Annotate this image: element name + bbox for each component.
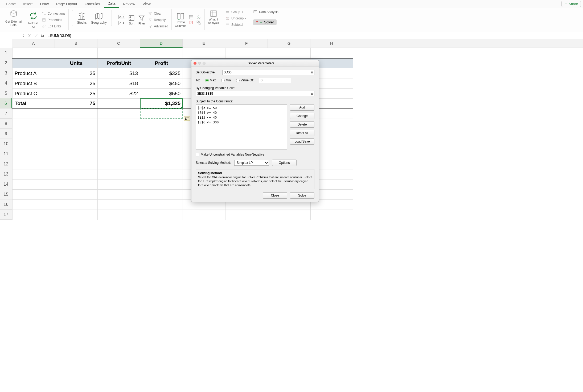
cell-C9[interactable]: [98, 129, 140, 139]
row-header-4[interactable]: 4: [0, 78, 12, 88]
menu-formulas[interactable]: Formulas: [81, 0, 104, 8]
ribbon-group[interactable]: Group ▾: [225, 9, 247, 15]
col-header-C[interactable]: C: [97, 39, 140, 48]
cell-A5[interactable]: Product C: [13, 89, 55, 99]
cell-F1[interactable]: [225, 48, 268, 58]
cell-A3[interactable]: Product A: [13, 68, 55, 78]
cell-C7[interactable]: [98, 109, 140, 119]
ribbon-getdata[interactable]: Get External Data: [2, 9, 25, 30]
row-header-5[interactable]: 5: [0, 88, 12, 98]
menu-pagelayout[interactable]: Page Layout: [52, 0, 81, 8]
col-header-F[interactable]: F: [225, 39, 268, 48]
radio-min[interactable]: Min: [221, 78, 231, 82]
cell-D1[interactable]: [140, 48, 183, 58]
row-header-16[interactable]: 16: [0, 199, 12, 210]
row-header-1[interactable]: 1: [0, 48, 12, 58]
cell-A17[interactable]: [13, 210, 55, 220]
cell-D7[interactable]: [140, 109, 183, 119]
cell-D15[interactable]: [140, 190, 183, 200]
cell-C6[interactable]: [98, 99, 140, 109]
flash-fill-icon[interactable]: [188, 15, 194, 20]
cell-B17[interactable]: [55, 210, 98, 220]
cell-B6[interactable]: 75: [55, 99, 98, 109]
menu-data[interactable]: Data: [104, 0, 119, 8]
cell-B12[interactable]: [55, 159, 98, 169]
row-header-8[interactable]: 8: [0, 119, 12, 129]
col-header-A[interactable]: A: [12, 39, 55, 48]
dialog-titlebar[interactable]: Solver Parameters: [191, 60, 319, 66]
col-header-H[interactable]: H: [310, 39, 353, 48]
ribbon-sort-az[interactable]: A↓Z: [118, 14, 125, 19]
cell-D3[interactable]: $325: [140, 68, 183, 78]
col-header-B[interactable]: B: [55, 39, 97, 48]
cell-A10[interactable]: [13, 139, 55, 149]
ribbon-sort-za[interactable]: Z↓A: [118, 20, 125, 26]
row-header-12[interactable]: 12: [0, 159, 12, 169]
ribbon-filter[interactable]: Filter: [138, 14, 145, 25]
cell-D14[interactable]: [140, 180, 183, 190]
cell-picker-button-2[interactable]: ▦: [310, 92, 314, 95]
constraints-list[interactable]: $B$3 >= 50 $B$4 >= 40 $B$5 <= 40 $B$6 <=…: [196, 104, 287, 149]
cell-C3[interactable]: $13: [98, 68, 140, 78]
cell-A8[interactable]: [13, 119, 55, 129]
cell-B4[interactable]: 25: [55, 78, 98, 89]
cell-B5[interactable]: 25: [55, 89, 98, 99]
menu-insert[interactable]: Insert: [19, 0, 36, 8]
cell-B7[interactable]: [55, 109, 98, 119]
ribbon-refresh[interactable]: Refresh All: [28, 11, 39, 28]
ribbon-subtotal[interactable]: Subtotal: [225, 22, 247, 27]
cell-F17[interactable]: [225, 210, 268, 220]
cell-C10[interactable]: [98, 139, 140, 149]
col-header-E[interactable]: E: [183, 39, 225, 48]
radio-valueof[interactable]: Value Of:: [236, 78, 254, 82]
cell-C8[interactable]: [98, 119, 140, 129]
cell-A4[interactable]: Product B: [13, 78, 55, 89]
delete-constraint-button[interactable]: Delete: [290, 121, 314, 128]
cell-A2[interactable]: [13, 58, 55, 68]
add-constraint-button[interactable]: Add: [290, 104, 314, 111]
cell-D4[interactable]: $450: [140, 78, 183, 89]
row-header-10[interactable]: 10: [0, 139, 12, 149]
cell-C1[interactable]: [98, 48, 140, 58]
cancel-formula-button[interactable]: ✕: [25, 33, 32, 38]
load-save-button[interactable]: Load/Save: [290, 138, 314, 145]
cell-A15[interactable]: [13, 190, 55, 200]
cell-B10[interactable]: [55, 139, 98, 149]
cell-B8[interactable]: [55, 119, 98, 129]
cell-C16[interactable]: [98, 200, 140, 210]
cell-B9[interactable]: [55, 129, 98, 139]
cell-C14[interactable]: [98, 180, 140, 190]
consolidate-icon[interactable]: [196, 20, 201, 25]
cell-D2[interactable]: Profit: [140, 58, 183, 68]
cell-B14[interactable]: [55, 180, 98, 190]
ribbon-textcols[interactable]: Text to Columns: [175, 12, 186, 27]
validation-icon[interactable]: [196, 15, 201, 20]
cell-D13[interactable]: [140, 169, 183, 180]
row-header-2[interactable]: 2: [0, 58, 12, 68]
row-header-15[interactable]: 15: [0, 189, 12, 199]
cell-D9[interactable]: [140, 129, 183, 139]
cell-A12[interactable]: [13, 159, 55, 169]
remove-dup-icon[interactable]: [188, 20, 194, 25]
fx-button[interactable]: fx: [39, 33, 46, 38]
cell-D5[interactable]: $550: [140, 89, 183, 99]
accept-formula-button[interactable]: ✓: [32, 33, 39, 38]
row-header-6[interactable]: 6: [0, 98, 12, 109]
cell-D12[interactable]: [140, 159, 183, 169]
cell-G17[interactable]: [268, 210, 311, 220]
close-window-icon[interactable]: [194, 62, 196, 65]
cell-A11[interactable]: [13, 149, 55, 159]
ribbon-dataanalysis[interactable]: Data Analysis: [253, 9, 278, 15]
cell-A14[interactable]: [13, 180, 55, 190]
nonneg-checkbox[interactable]: [196, 153, 199, 156]
ribbon-reapply[interactable]: Reapply: [148, 17, 168, 23]
col-header-D[interactable]: D: [140, 39, 183, 48]
cell-B3[interactable]: 25: [55, 68, 98, 78]
ribbon-connections[interactable]: Connections: [42, 11, 65, 16]
cell-D10[interactable]: [140, 139, 183, 149]
ribbon-sort[interactable]: AZ Sort: [128, 14, 135, 25]
cell-C13[interactable]: [98, 169, 140, 180]
menu-view[interactable]: View: [139, 0, 154, 8]
row-header-11[interactable]: 11: [0, 149, 12, 159]
cell-B1[interactable]: [55, 48, 98, 58]
